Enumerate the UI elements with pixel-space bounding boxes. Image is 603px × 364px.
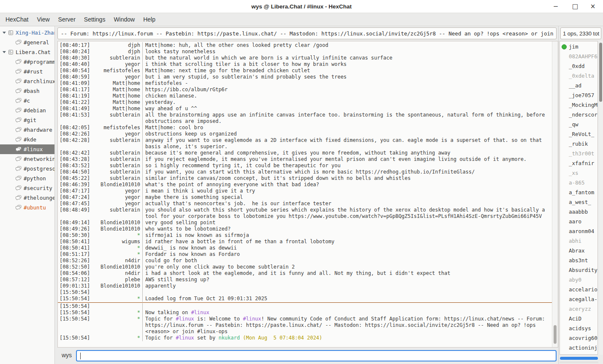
maximize-button[interactable]: □	[568, 0, 583, 13]
userlist-item[interactable]: _th3r00t	[560, 149, 598, 158]
expander-icon[interactable]	[3, 51, 6, 53]
userlist-item[interactable]: _qw	[560, 120, 598, 129]
chat-scrollbar-thumb[interactable]	[554, 325, 557, 344]
sidebar-item-#debian[interactable]: #debian	[0, 106, 54, 115]
userlist-item[interactable]: a_west_	[560, 197, 598, 207]
sidebar-item-#ubuntu[interactable]: #ubuntu	[0, 203, 54, 212]
userlist-item[interactable]: a-865	[560, 178, 598, 187]
notice-star: *	[100, 296, 140, 302]
menu-help[interactable]: Help	[139, 14, 160, 24]
tree-server-LiberaChat[interactable]: Libera.Chat	[0, 47, 54, 57]
userlist-item[interactable]: Absurdity	[560, 265, 598, 275]
sidebar-item-##programmi[interactable]: ##programmi	[0, 57, 54, 67]
tree-label: #archlinux	[24, 78, 54, 84]
sidebar-item-#c[interactable]: #c	[0, 96, 54, 106]
sidebar-item-#postgresql[interactable]: #postgresql	[0, 164, 54, 174]
userlist-item[interactable]: Abrax	[560, 246, 598, 255]
chat-line: [08:50:41]wigumsid rather have a bottle …	[58, 239, 552, 245]
userlist-item[interactable]: __ad	[560, 81, 598, 90]
userlist-item[interactable]: a_fantom	[560, 187, 598, 197]
user-nick: aby0	[569, 277, 581, 283]
sidebar-item-#thelounge[interactable]: #thelounge	[0, 193, 54, 203]
message-text: maybe there is something special	[142, 194, 552, 201]
userlist-item[interactable]: acidsys	[560, 323, 598, 333]
nick: n4dir	[100, 258, 140, 264]
timestamp: [08:42:26]	[58, 131, 100, 137]
userlist-item[interactable]: AciD	[560, 314, 598, 323]
userlist-item[interactable]: _nderscor	[560, 110, 598, 120]
userlist-item[interactable]: abhi	[560, 236, 598, 246]
userlist-item[interactable]: acovrig60	[560, 333, 598, 343]
userlist-item[interactable]: accelario	[560, 285, 598, 294]
sidebar-item-#python[interactable]: #python	[0, 174, 54, 183]
pane-divider-left[interactable]	[54, 26, 57, 364]
sidebar-item-#git[interactable]: #git	[0, 115, 54, 125]
sidebar-item-#hardware[interactable]: #hardware	[0, 125, 54, 135]
userlist-item[interactable]: _0xdelta	[560, 71, 598, 81]
userlist-item[interactable]: aaronm04	[560, 226, 598, 236]
user-nick: accelario	[569, 286, 598, 293]
notice-star: *	[100, 232, 140, 239]
sidebar-item-#bash[interactable]: #bash	[0, 86, 54, 96]
userlist-item[interactable]: 082AAHPF6	[560, 52, 598, 61]
chat-line: [08:42:42]subtlerainbecause it's more ge…	[58, 150, 552, 156]
chat-line: [08:54:06]n4diri had a short look at the…	[58, 270, 552, 277]
userlist-scrollbar-thumb[interactable]	[599, 43, 602, 102]
userlist-item[interactable]: aaabbb	[560, 207, 598, 217]
tree-label: #networking	[24, 156, 54, 162]
message-text: Topic for #linux is: Welcome to #linux! …	[142, 316, 552, 335]
menu-window[interactable]: Window	[109, 14, 139, 24]
timestamp: [08:40:40]	[58, 61, 100, 68]
userlist-hscrollbar[interactable]	[560, 356, 598, 360]
menu-hexchat[interactable]: HexChat	[1, 14, 33, 24]
sidebar-item-#kde[interactable]: #kde	[0, 135, 54, 144]
menu-server[interactable]: Server	[54, 14, 80, 24]
topic-input[interactable]: -- Forum: https://linux.forum -- Pastebi…	[57, 27, 557, 39]
sidebar-item-#networking[interactable]: #networking	[0, 154, 54, 164]
chat-scrollbar[interactable]	[552, 41, 558, 347]
sidebar-item-##rust[interactable]: ##rust	[0, 67, 54, 76]
tree-label: #ubuntu	[24, 204, 46, 211]
sidebar-item-#linux[interactable]: #linux	[0, 144, 54, 154]
userlist-item[interactable]: aceryzz	[560, 304, 598, 314]
menu-settings[interactable]: Settings	[80, 14, 110, 24]
timestamp: [08:54:06]	[58, 270, 100, 277]
userlist-item[interactable]: _xs	[560, 168, 598, 178]
sidebar-item-#security[interactable]: #security	[0, 183, 54, 193]
user-nick: aceryzz	[569, 306, 591, 312]
expander-icon[interactable]	[3, 32, 6, 34]
userlist-item[interactable]: jim	[560, 42, 598, 52]
channel-icon	[16, 98, 22, 103]
userlist-item[interactable]: aaro	[560, 217, 598, 226]
minimize-button[interactable]: −	[548, 0, 563, 13]
userlist-item[interactable]: _joe7057	[560, 90, 598, 100]
user-nick: abs3nt	[569, 257, 588, 263]
tree-label: Libera.Chat	[16, 49, 51, 55]
userlist-item[interactable]: _xfafnir	[560, 158, 598, 168]
tree-server-Xing-Hai-Zhan[interactable]: Xing-Hai-Zhan	[0, 28, 54, 38]
sidebar-item-#general[interactable]: #general	[0, 38, 54, 47]
userlist-item[interactable]: _rubik	[560, 139, 598, 149]
userlist-item[interactable]: _MockingM	[560, 100, 598, 110]
nick: yegor	[100, 194, 140, 201]
userlist-scrollbar[interactable]	[598, 41, 603, 355]
menu-view[interactable]: View	[33, 14, 54, 24]
notice-star: *	[100, 251, 140, 258]
userlist-item[interactable]: aby0	[560, 275, 598, 285]
chat-line: [08:51:17]*Fordadr is now known as Forda…	[58, 251, 552, 258]
close-button[interactable]: ×	[585, 0, 600, 13]
userlist-item[interactable]: acegalla-	[560, 294, 598, 304]
tree-label: #python	[24, 175, 46, 182]
userlist-bottom-strip	[560, 361, 598, 363]
chat-line: [08:41:19]Matt|homechicken milanese.	[58, 93, 552, 99]
userlist-item[interactable]: _ReVoLt_	[560, 129, 598, 139]
userlist-item[interactable]: actioninj	[560, 343, 598, 353]
message-input[interactable]	[76, 350, 557, 361]
sidebar-item-#archlinux[interactable]: #archlinux	[0, 76, 54, 86]
userlist-item[interactable]: _0xdd	[560, 61, 598, 71]
userlist-item[interactable]: abs3nt	[560, 255, 598, 265]
message-text: you should also watch this short youtube…	[142, 207, 552, 220]
chat-line: [08:40:40]yegori think that scrolling ti…	[58, 61, 552, 68]
userlist-hscrollbar-thumb[interactable]	[560, 357, 598, 360]
message-text: i mean i think i would give it a try	[142, 188, 552, 194]
